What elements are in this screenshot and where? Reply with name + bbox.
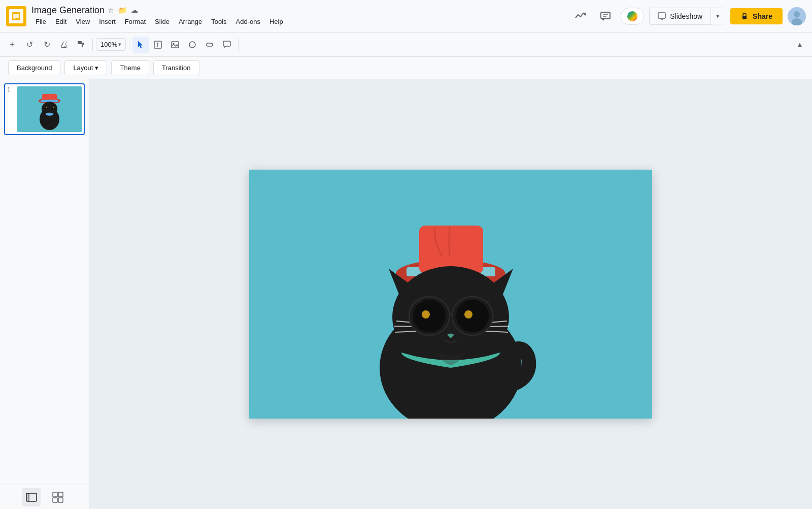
comment-icon — [222, 40, 231, 49]
menu-arrange[interactable]: Arrange — [175, 16, 206, 27]
meet-icon — [627, 11, 637, 21]
slideshow-label: Slideshow — [670, 12, 702, 20]
main-toolbar: ＋ ↺ ↻ 🖨 100% ▾ T — [0, 33, 812, 57]
share-button[interactable]: Share — [730, 8, 783, 24]
svg-point-53 — [404, 393, 439, 413]
doc-title: Image Generation — [31, 5, 105, 16]
svg-rect-3 — [601, 12, 610, 19]
menu-bar: File Edit View Insert Format Slide Arran… — [31, 16, 287, 27]
cursor-icon — [136, 40, 145, 49]
doc-info: Image Generation ☆ 📁 ☁ File Edit View In… — [31, 5, 287, 27]
shapes-tool-button[interactable] — [184, 37, 200, 53]
canvas-area[interactable] — [89, 79, 812, 509]
svg-point-18 — [189, 42, 195, 48]
text-tool-button[interactable]: T — [150, 37, 166, 53]
shapes-tool-icon — [188, 40, 197, 49]
slideshow-dropdown-button[interactable]: ▾ — [711, 8, 725, 24]
svg-rect-19 — [207, 43, 213, 46]
redo-button[interactable]: ↻ — [39, 37, 55, 53]
slides-logo-icon — [11, 11, 21, 21]
collapse-toolbar-button[interactable]: ▲ — [792, 37, 808, 53]
menu-format[interactable]: Format — [121, 16, 150, 27]
thumb-cat-svg — [17, 86, 82, 132]
svg-point-50 — [456, 300, 489, 332]
top-bar: Image Generation ☆ 📁 ☁ File Edit View In… — [0, 0, 812, 33]
transition-button[interactable]: Transition — [153, 60, 199, 75]
menu-slide[interactable]: Slide — [151, 16, 174, 27]
slide-content-svg — [249, 170, 652, 419]
svg-rect-13 — [78, 41, 82, 44]
activity-icon-btn[interactable] — [570, 6, 590, 26]
slide-thumb-image-1 — [17, 86, 82, 132]
layout-label: Layout — [73, 64, 93, 72]
meet-button[interactable] — [621, 8, 644, 25]
theme-label: Theme — [120, 64, 140, 72]
cloud-icon[interactable]: ☁ — [131, 6, 138, 14]
activity-icon — [574, 11, 586, 22]
menu-help[interactable]: Help — [265, 16, 287, 27]
select-tool-button[interactable] — [132, 37, 149, 53]
comments-icon-btn[interactable] — [595, 6, 616, 26]
add-slide-button[interactable]: ＋ — [4, 37, 20, 53]
image-tool-icon — [171, 40, 180, 49]
svg-rect-60 — [53, 498, 57, 502]
filmstrip-view-button[interactable] — [22, 488, 41, 506]
doc-title-row: Image Generation ☆ 📁 ☁ — [31, 5, 287, 16]
svg-point-54 — [462, 393, 498, 413]
svg-text:T: T — [156, 42, 159, 48]
menu-addons[interactable]: Add-ons — [232, 16, 264, 27]
slide-thumbnail-1[interactable]: 1 — [4, 83, 85, 135]
background-label: Background — [17, 64, 52, 72]
menu-tools[interactable]: Tools — [207, 16, 230, 27]
menu-file[interactable]: File — [31, 16, 50, 27]
avatar-image — [788, 7, 806, 25]
slide-panel: 1 — [0, 79, 89, 509]
slideshow-main-button[interactable]: Slideshow — [649, 8, 711, 25]
folder-icon[interactable]: 📁 — [118, 6, 127, 14]
zoom-control[interactable]: 100% ▾ — [96, 38, 126, 51]
layout-button[interactable]: Layout ▾ — [64, 60, 107, 75]
toolbar-separator-2 — [129, 39, 129, 51]
svg-point-32 — [53, 107, 54, 108]
doc-icons: ☆ 📁 ☁ — [108, 6, 138, 14]
context-toolbar: Background Layout ▾ Theme Transition — [0, 57, 812, 79]
comments-icon — [600, 11, 611, 22]
print-button[interactable]: 🖨 — [56, 37, 72, 53]
svg-rect-61 — [58, 498, 63, 502]
image-tool-button[interactable] — [167, 37, 183, 53]
svg-point-29 — [44, 107, 48, 110]
theme-button[interactable]: Theme — [111, 60, 149, 75]
background-button[interactable]: Background — [8, 60, 60, 75]
transition-label: Transition — [162, 64, 191, 72]
app-logo-inner — [9, 9, 23, 23]
slideshow-button-group: Slideshow ▾ — [649, 8, 725, 25]
svg-point-11 — [794, 11, 800, 17]
svg-point-51 — [422, 310, 430, 319]
zoom-label: 100% — [100, 41, 117, 48]
svg-point-30 — [51, 107, 55, 110]
lock-icon — [740, 12, 749, 20]
app-logo[interactable] — [6, 6, 26, 26]
svg-point-33 — [46, 113, 54, 116]
menu-edit[interactable]: Edit — [51, 16, 71, 27]
slide-canvas[interactable] — [249, 170, 652, 419]
line-tool-button[interactable] — [201, 37, 218, 53]
undo-button[interactable]: ↺ — [21, 37, 38, 53]
star-icon[interactable]: ☆ — [108, 6, 114, 14]
user-avatar[interactable] — [788, 7, 806, 25]
main-content: 1 — [0, 79, 812, 509]
menu-view[interactable]: View — [72, 16, 94, 27]
zoom-dropdown-icon: ▾ — [118, 41, 121, 48]
svg-rect-2 — [13, 18, 16, 19]
menu-insert[interactable]: Insert — [95, 16, 120, 27]
toolbar-separator-1 — [92, 39, 93, 51]
toolbar-separator-3 — [238, 39, 239, 51]
svg-rect-56 — [26, 493, 29, 501]
line-tool-icon — [205, 40, 214, 49]
grid-view-button[interactable] — [49, 488, 67, 506]
svg-rect-6 — [658, 13, 665, 18]
paint-format-button[interactable] — [73, 37, 89, 53]
svg-rect-1 — [13, 14, 19, 18]
text-tool-icon: T — [153, 40, 162, 49]
comment-tool-button[interactable] — [219, 37, 235, 53]
